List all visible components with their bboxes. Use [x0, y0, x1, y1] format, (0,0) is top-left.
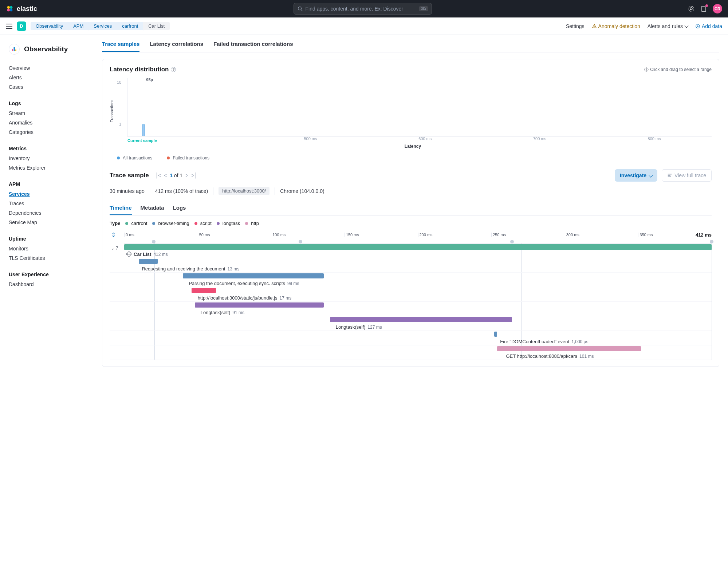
tabs: Trace samples Latency correlations Faile…: [102, 35, 719, 52]
sidebar-item-inventory[interactable]: Inventory: [0, 154, 93, 163]
type-legend: Type carfront browser-timing script long…: [110, 221, 712, 226]
type-browser-timing[interactable]: browser-timing: [152, 221, 189, 226]
topbar: elastic Find apps, content, and more. Ex…: [0, 0, 728, 17]
sidebar-item-monitors[interactable]: Monitors: [0, 244, 93, 253]
tab-latency-correlations[interactable]: Latency correlations: [150, 35, 203, 52]
sidebar-item-services[interactable]: Services: [0, 189, 93, 199]
wf-row[interactable]: ⌄ 7Car List412 ms: [110, 244, 712, 258]
wf-bar[interactable]: [183, 273, 324, 278]
search-icon: [298, 6, 303, 11]
wf-row[interactable]: GET http://localhost:8080/api/cars101 ms: [110, 345, 712, 360]
investigate-button[interactable]: Investigate: [615, 169, 657, 182]
ruler-collapse-icon[interactable]: ⇕: [111, 231, 118, 238]
wf-row[interactable]: Parsing the document, executing sync. sc…: [110, 273, 712, 287]
breadcrumbs: Observability APM Services carfront Car …: [31, 22, 170, 30]
svg-point-9: [594, 27, 594, 27]
waterfall: ⇕ 0 ms50 ms100 ms150 ms200 ms250 ms300 m…: [110, 230, 712, 360]
type-carfront[interactable]: carfront: [125, 221, 147, 226]
svg-point-2: [7, 9, 10, 11]
type-http[interactable]: http: [245, 221, 259, 226]
sidebar-item-anomalies[interactable]: Anomalies: [0, 118, 93, 127]
wf-row[interactable]: http://localhost:3000/static/js/bundle.j…: [110, 287, 712, 302]
latency-title: Latency distribution: [110, 66, 169, 73]
wf-row[interactable]: Requesting and receiving the document13 …: [110, 258, 712, 273]
info-icon: [644, 67, 649, 72]
help-icon[interactable]: ?: [171, 67, 176, 72]
sidebar-item-dependencies[interactable]: Dependencies: [0, 208, 93, 218]
sidebar-item-cases[interactable]: Cases: [0, 82, 93, 92]
svg-point-3: [10, 9, 12, 11]
sidebar-item-tls[interactable]: TLS Certificates: [0, 253, 93, 263]
trace-url[interactable]: http://localhost:3000/: [219, 187, 269, 195]
secondbar: D Observability APM Services carfront Ca…: [0, 17, 728, 35]
crumb-observability[interactable]: Observability: [31, 22, 68, 30]
sidebar-item-stream[interactable]: Stream: [0, 108, 93, 118]
settings-link[interactable]: Settings: [566, 23, 585, 29]
sidebar-item-overview[interactable]: Overview: [0, 63, 93, 73]
wf-bar[interactable]: [330, 317, 512, 322]
legend-failed[interactable]: Failed transactions: [167, 155, 209, 161]
tab-failed-correlations[interactable]: Failed transaction correlations: [213, 35, 293, 52]
crumb-apm[interactable]: APM: [68, 22, 88, 30]
pager-prev-icon[interactable]: <: [164, 173, 167, 178]
search-kbd: ⌘/: [419, 6, 428, 11]
wf-bar[interactable]: [192, 288, 216, 293]
chevron-down-icon: [649, 173, 653, 177]
anomaly-detection-link[interactable]: Anomaly detection: [592, 23, 640, 29]
wf-marker[interactable]: [152, 240, 156, 244]
wf-bar[interactable]: [195, 302, 324, 308]
svg-point-7: [690, 8, 692, 10]
alerts-rules-link[interactable]: Alerts and rules: [648, 23, 688, 29]
pager-first-icon[interactable]: ⎮<: [156, 173, 161, 178]
subtab-metadata[interactable]: Metadata: [141, 201, 164, 215]
view-full-trace-button[interactable]: View full trace: [662, 169, 712, 182]
sidebar-item-traces[interactable]: Traces: [0, 199, 93, 208]
wf-row[interactable]: Fire "DOMContentLoaded" event1,000 μs: [110, 331, 712, 345]
svg-point-0: [7, 6, 10, 9]
crumb-carlist[interactable]: Car List: [143, 22, 170, 30]
wf-marker[interactable]: [710, 240, 713, 244]
wf-row[interactable]: Longtask(self)127 ms: [110, 316, 712, 331]
sidebar-item-categories[interactable]: Categories: [0, 127, 93, 137]
type-script[interactable]: script: [194, 221, 212, 226]
user-avatar[interactable]: CR: [713, 4, 722, 13]
crumb-carfront[interactable]: carfront: [117, 22, 143, 30]
type-longtask[interactable]: longtask: [217, 221, 240, 226]
wf-bar[interactable]: [494, 332, 497, 337]
sidebar-item-service-map[interactable]: Service Map: [0, 218, 93, 227]
legend-all[interactable]: All transactions: [117, 155, 152, 161]
main-content: Trace samples Latency correlations Faile…: [93, 35, 728, 578]
sidebar-item-dashboard[interactable]: Dashboard: [0, 280, 93, 289]
trace-age: 30 minutes ago: [110, 188, 145, 194]
latency-panel: Latency distribution? Click and drag to …: [102, 59, 719, 367]
subtab-logs[interactable]: Logs: [173, 201, 186, 215]
subtab-timeline[interactable]: Timeline: [110, 201, 132, 215]
wf-marker[interactable]: [299, 240, 302, 244]
space-badge[interactable]: D: [17, 21, 26, 31]
trace-meta: 30 minutes ago 412 ms (100% of trace) ht…: [110, 187, 712, 195]
wf-bar[interactable]: [139, 259, 158, 264]
wf-bar[interactable]: [497, 346, 641, 351]
sidebar-label-metrics: Metrics: [0, 143, 93, 154]
crumb-services[interactable]: Services: [88, 22, 117, 30]
sidebar-item-metrics-explorer[interactable]: Metrics Explorer: [0, 163, 93, 173]
wf-row[interactable]: Longtask(self)91 ms: [110, 302, 712, 316]
y-axis-label: Transactions: [110, 73, 114, 149]
tab-trace-samples[interactable]: Trace samples: [102, 35, 139, 52]
svg-line-5: [301, 10, 302, 11]
wf-bar[interactable]: [124, 244, 712, 250]
pager-next-icon[interactable]: >: [185, 173, 188, 178]
plus-circle-icon: [695, 24, 700, 29]
add-data-link[interactable]: Add data: [695, 23, 722, 29]
latency-chart[interactable]: 10 1 95p Current sample: [114, 78, 712, 136]
logo[interactable]: elastic: [6, 5, 37, 13]
svg-rect-21: [668, 177, 671, 177]
wf-marker[interactable]: [510, 240, 514, 244]
newsfeed-icon[interactable]: [700, 5, 707, 12]
menu-toggle-icon[interactable]: [6, 24, 12, 29]
globe-icon: [126, 252, 131, 257]
sidebar-item-alerts[interactable]: Alerts: [0, 73, 93, 82]
global-search[interactable]: Find apps, content, and more. Ex: Discov…: [294, 3, 432, 15]
help-icon[interactable]: [688, 5, 694, 12]
pager-last-icon[interactable]: >⎮: [191, 173, 197, 178]
